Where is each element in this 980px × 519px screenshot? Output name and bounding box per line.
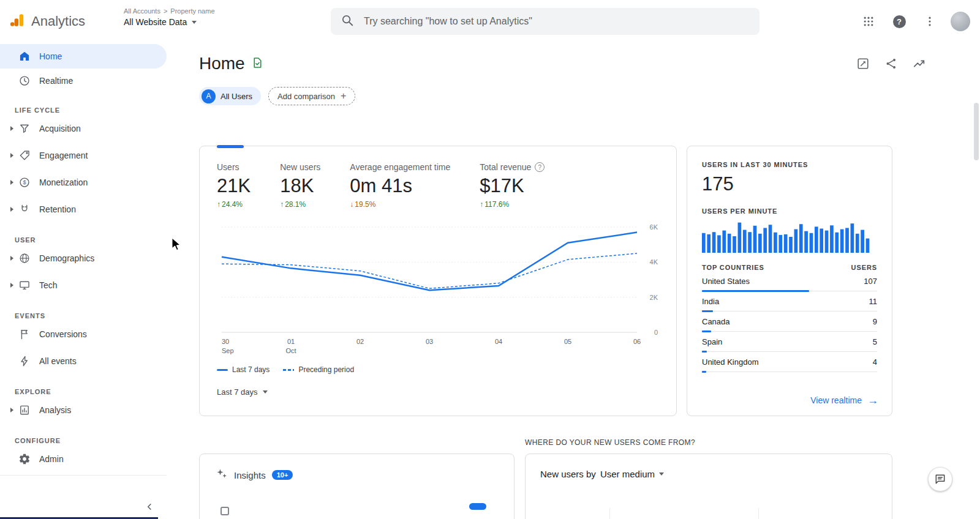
collapse-sidebar-button[interactable]: [141, 498, 158, 515]
expand-caret[interactable]: [5, 153, 18, 158]
svg-text:01: 01: [287, 338, 295, 345]
country-row-india: India11: [702, 291, 877, 312]
up-arrow-icon: ↑: [217, 200, 221, 209]
metric-total-revenue[interactable]: Total revenue? $17K ↑117.6%: [480, 162, 545, 209]
all-users-chip[interactable]: A All Users: [199, 87, 261, 105]
more-options-button[interactable]: [918, 9, 942, 34]
add-comparison-chip[interactable]: Add comparison +: [268, 87, 355, 105]
add-comparison-label: Add comparison: [277, 92, 335, 101]
legend-last-7-days: Last 7 days: [217, 365, 270, 374]
expand-caret[interactable]: [5, 207, 18, 212]
breadcrumb-property-name[interactable]: Property name: [170, 7, 214, 15]
svg-text:30: 30: [222, 338, 229, 345]
insights-title: Insights: [234, 470, 266, 480]
partial-chart-bar: [469, 503, 486, 510]
top-countries-label: TOP COUNTRIES: [702, 264, 764, 271]
metric-users[interactable]: Users 21K ↑24.4%: [217, 162, 251, 209]
country-share-bar: [702, 371, 706, 373]
partial-insight-icon: [221, 507, 229, 515]
comparison-chips: A All Users Add comparison +: [199, 87, 355, 105]
sidebar-item-conversions[interactable]: Conversions: [0, 321, 167, 348]
sidebar-item-home[interactable]: Home: [0, 44, 167, 69]
section-title-configure: CONFIGURE: [0, 437, 167, 444]
svg-text:03: 03: [426, 338, 433, 345]
apps-grid-button[interactable]: [856, 9, 881, 34]
apps-grid-icon: [862, 15, 875, 28]
expand-caret[interactable]: [5, 408, 18, 413]
sidebar-item-acquisition[interactable]: Acquisition: [0, 115, 167, 142]
vertical-scrollbar-thumb[interactable]: [974, 103, 979, 160]
breadcrumb-all-accounts[interactable]: All Accounts: [124, 7, 160, 15]
devices-icon: [18, 279, 31, 291]
section-title-events: EVENTS: [0, 312, 167, 319]
share-button[interactable]: [883, 55, 900, 72]
sidebar-item-all-events[interactable]: All events: [0, 348, 167, 375]
legend-preceding-period: Preceding period: [283, 365, 354, 374]
all-users-chip-label: All Users: [221, 92, 252, 101]
flag-icon: [18, 328, 31, 340]
sidebar-item-monetization[interactable]: $ Monetization: [0, 169, 167, 196]
users-column-label: USERS: [851, 264, 877, 271]
country-row-united-states: United States107: [702, 271, 877, 291]
sidebar-item-admin[interactable]: Admin: [0, 446, 167, 472]
dashed-line-swatch: [283, 369, 294, 371]
customize-report-button[interactable]: [854, 55, 872, 72]
search-bar[interactable]: [331, 8, 760, 35]
report-status-icon[interactable]: [251, 56, 264, 72]
chat-bubble-icon: [934, 473, 946, 485]
expand-caret[interactable]: [5, 180, 18, 185]
expand-caret[interactable]: [5, 256, 18, 261]
help-button[interactable]: ?: [887, 9, 911, 34]
view-realtime-link[interactable]: View realtime →: [810, 395, 878, 406]
clock-icon: [18, 75, 31, 87]
up-arrow-icon: ↑: [480, 200, 483, 209]
chevron-right-icon: [10, 408, 13, 413]
acquisition-icon: [18, 122, 31, 135]
date-range-selector[interactable]: Last 7 days: [217, 387, 268, 397]
users-last-30min-label: USERS IN LAST 30 MINUTES: [702, 161, 877, 168]
sparkle-icon: [216, 468, 228, 482]
feedback-chat-button[interactable]: [928, 467, 952, 491]
top-app-bar: Analytics All Accounts > Property name A…: [0, 0, 980, 43]
metric-new-users[interactable]: New users 18K ↑28.1%: [280, 162, 320, 209]
analytics-logo-icon: [10, 12, 26, 31]
account-breadcrumb-block: All Accounts > Property name All Website…: [124, 7, 215, 27]
insights-button[interactable]: [911, 55, 928, 72]
report-actions: [854, 55, 928, 72]
chart-legend: Last 7 days Preceding period: [217, 365, 659, 374]
insights-count-badge[interactable]: 10+: [272, 470, 293, 480]
sidebar-item-tech[interactable]: Tech: [0, 272, 167, 299]
product-name: Analytics: [31, 13, 85, 29]
sidebar-item-retention[interactable]: Retention: [0, 196, 167, 223]
engagement-icon: [18, 149, 31, 162]
property-selector[interactable]: All Website Data: [124, 17, 215, 27]
right-arrow-icon: →: [867, 395, 878, 406]
svg-text:04: 04: [495, 338, 502, 345]
country-row-canada: Canada9: [702, 312, 877, 332]
users-line-chart[interactable]: 02K4K6K30Sep01Oct0203040506: [217, 218, 659, 363]
expand-caret[interactable]: [5, 283, 18, 288]
retention-icon: [18, 203, 31, 215]
analytics-logo[interactable]: Analytics: [10, 0, 85, 43]
page-title: Home: [199, 54, 245, 73]
sidebar-item-engagement[interactable]: Engagement: [0, 142, 167, 169]
chevron-down-icon: [659, 472, 664, 476]
line-chart-svg[interactable]: 02K4K6K30Sep01Oct0203040506: [217, 218, 660, 360]
dimension-selector[interactable]: New users by User medium: [526, 454, 679, 479]
account-button[interactable]: [948, 9, 973, 34]
search-icon: [341, 13, 354, 29]
up-arrow-icon: ↑: [280, 200, 284, 209]
search-input[interactable]: [363, 15, 750, 28]
metric-avg-engagement-time[interactable]: Average engagement time 0m 41s ↓19.5%: [350, 162, 450, 209]
sidebar-item-demographics[interactable]: Demographics: [0, 245, 167, 272]
breadcrumb: All Accounts > Property name: [124, 7, 215, 15]
page-header: Home: [199, 54, 264, 73]
sidebar-item-realtime[interactable]: Realtime: [0, 69, 167, 93]
header-actions: ?: [856, 0, 973, 43]
overview-metrics-card: Users 21K ↑24.4% New users 18K ↑28.1% Av…: [199, 146, 677, 416]
sidebar-item-analysis[interactable]: Analysis: [0, 397, 167, 424]
analysis-icon: [18, 404, 31, 416]
expand-caret[interactable]: [5, 126, 18, 131]
share-icon: [884, 57, 898, 70]
info-icon[interactable]: ?: [535, 162, 545, 172]
